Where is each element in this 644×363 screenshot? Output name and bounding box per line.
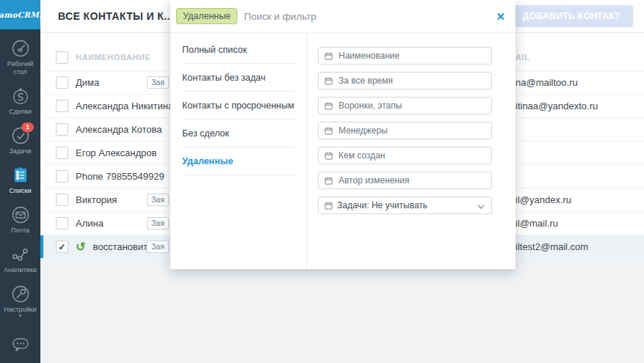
filter-fields-form: Задачи: Не учитывать — [306, 33, 515, 270]
search-bar: Удаленные ✕ — [170, 0, 515, 33]
filter-field-tasks[interactable]: Задачи: Не учитывать — [318, 197, 492, 214]
filter-field-managers[interactable] — [318, 122, 492, 139]
contact-name[interactable]: Александра Котова — [76, 124, 162, 135]
filter-field-name[interactable] — [318, 47, 492, 65]
email-column-header: AIL — [515, 53, 530, 62]
app-window: amoCRM. Рабочий стол ▾ Сделки ▾ 1 Задачи… — [0, 0, 644, 363]
row-checkbox[interactable] — [56, 170, 68, 183]
contact-email[interactable]: il@yandex.ru — [515, 194, 571, 205]
filter-menu-item-deleted[interactable]: Удаленные — [182, 147, 294, 175]
search-filter-panel: Удаленные ✕ Полный списокКонтакты без за… — [170, 0, 515, 269]
sidebar-item-label: Задачи — [9, 147, 31, 155]
active-filter-tag[interactable]: Удаленные — [176, 8, 237, 24]
sidebar-item-label: Аналитика — [4, 266, 37, 274]
filter-field-period[interactable] — [318, 72, 492, 89]
chat-icon — [10, 334, 31, 354]
add-contact-button[interactable]: ДОБАВИТЬ КОНТАКТ — [510, 5, 633, 27]
settings-icon — [10, 284, 31, 304]
row-checkbox[interactable] — [56, 123, 68, 136]
filter-field-created-by[interactable] — [318, 147, 492, 164]
mail-icon — [10, 205, 31, 225]
sidebar-item-label: Почта — [11, 227, 29, 235]
contact-tag: Зая — [147, 241, 169, 253]
sidebar-item-tasks[interactable]: 1 Задачи ▾ — [0, 125, 40, 155]
search-input[interactable] — [242, 10, 490, 23]
calendar-icon — [325, 52, 333, 60]
sidebar: amoCRM. Рабочий стол ▾ Сделки ▾ 1 Задачи… — [0, 0, 40, 363]
row-checkbox[interactable] — [56, 147, 68, 159]
filter-menu-item-overdue[interactable]: Контакты с просроченным... — [182, 92, 294, 120]
contact-tag: Зая — [147, 194, 169, 206]
sidebar-item-dashboard[interactable]: Рабочий стол ▾ — [0, 38, 40, 76]
filter-presets-menu: Полный списокКонтакты без задачКонтакты … — [170, 33, 306, 270]
sidebar-nav: Рабочий стол ▾ Сделки ▾ 1 Задачи ▾ Списк… — [0, 29, 40, 318]
calendar-icon — [325, 127, 333, 135]
contact-tag: Зая — [147, 217, 169, 230]
calendar-icon — [325, 202, 333, 210]
sidebar-item-mail[interactable]: Почта ▾ — [0, 205, 40, 235]
chevron-down-icon: ▾ — [18, 314, 21, 318]
filter-menu-item-full-list[interactable]: Полный список — [182, 36, 294, 64]
contact-tag: Зая — [147, 76, 169, 89]
contact-name[interactable]: Алина — [76, 218, 104, 229]
calendar-icon — [325, 152, 333, 160]
close-icon[interactable]: ✕ — [496, 11, 505, 22]
row-checkbox[interactable] — [56, 217, 68, 230]
restore-icon: ↺ — [76, 241, 85, 253]
analytics-icon — [10, 244, 31, 265]
select-all-checkbox[interactable] — [56, 51, 68, 64]
calendar-icon — [325, 102, 333, 110]
sidebar-item-deals[interactable]: Сделки ▾ — [0, 86, 40, 116]
contact-name[interactable]: Дима — [76, 77, 99, 88]
amocrm-logo: amoCRM. — [0, 0, 40, 29]
filter-field-pipelines[interactable] — [318, 97, 492, 114]
row-checkbox[interactable] — [56, 76, 68, 89]
contact-email[interactable]: il@mail.ru — [515, 218, 558, 229]
filter-panel-body: Полный списокКонтакты без задачКонтакты … — [170, 33, 515, 270]
sidebar-item-label: Сделки — [9, 108, 32, 116]
contact-name[interactable]: Александра Никитина — [76, 100, 173, 111]
sidebar-item-label: Списки — [10, 187, 32, 195]
sidebar-item-label: Рабочий стол — [1, 60, 40, 76]
calendar-icon — [325, 77, 333, 85]
page-title: ВСЕ КОНТАКТЫ И К... — [58, 10, 173, 22]
contact-email[interactable]: na@mailtoo.ru — [515, 77, 578, 88]
select-value: Задачи: Не учитывать — [337, 200, 427, 210]
filter-field-modified-by[interactable] — [318, 172, 492, 189]
contact-name[interactable]: восстановить — [93, 241, 152, 252]
sidebar-item-lists[interactable]: Списки ▾ — [0, 165, 40, 195]
sidebar-item-settings[interactable]: Настройки ▾ — [0, 284, 40, 318]
contact-email[interactable]: itinaa@yandexto.ru — [515, 100, 598, 111]
tasks-count-badge: 1 — [21, 122, 34, 132]
filter-menu-item-no-deals[interactable]: Без сделок — [182, 120, 294, 147]
contact-name[interactable]: Phone 79855549929 — [76, 171, 164, 182]
lists-icon — [10, 165, 31, 186]
dashboard-icon — [10, 38, 31, 59]
contact-name[interactable]: Егор Александров — [76, 147, 156, 158]
row-checkbox[interactable] — [56, 100, 68, 112]
name-column-header: НАИМЕНОВАНИЕ — [76, 53, 151, 62]
deals-icon — [10, 86, 31, 106]
contact-name[interactable]: Виктория — [76, 194, 117, 205]
filter-menu-item-no-tasks[interactable]: Контакты без задач — [182, 64, 294, 92]
support-chat-button[interactable] — [0, 334, 40, 354]
row-checkbox[interactable] — [56, 241, 68, 253]
chevron-down-icon — [477, 202, 484, 208]
calendar-icon — [325, 177, 333, 185]
contact-email[interactable]: iltest2@mail.com — [515, 241, 588, 252]
row-checkbox[interactable] — [56, 194, 68, 206]
sidebar-item-analytics[interactable]: Аналитика ▾ — [0, 244, 40, 274]
